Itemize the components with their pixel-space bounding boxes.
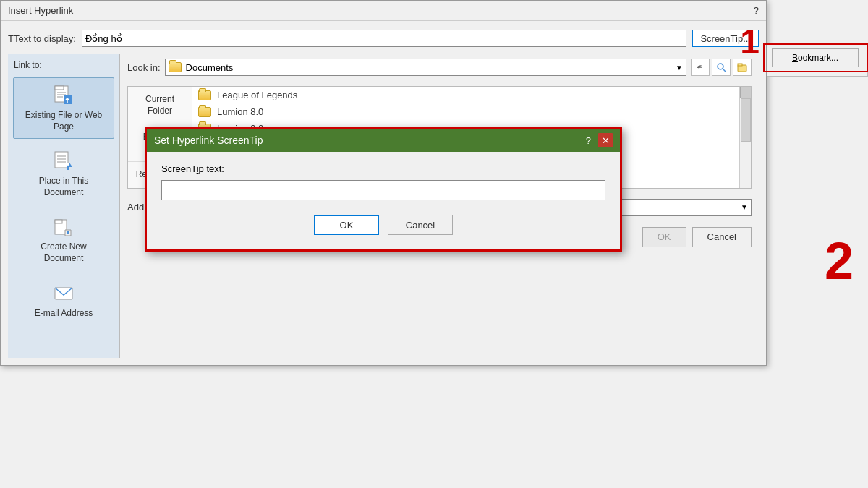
screentip-button[interactable]: ScreenTip... xyxy=(692,30,759,47)
look-in-value: Documents xyxy=(186,62,672,73)
toolbar-icons xyxy=(691,59,752,76)
svg-rect-1 xyxy=(55,86,64,90)
text-to-display-input[interactable] xyxy=(82,30,686,47)
screentip-text-input[interactable] xyxy=(161,180,605,200)
sidebar-item-existing-file[interactable]: Existing File or Web Page xyxy=(13,77,114,139)
sidebar-item-email-label: E-mail Address xyxy=(35,308,93,320)
link-to-sidebar: Link to: xyxy=(8,54,120,358)
address-dropdown-arrow[interactable]: ▼ xyxy=(741,203,748,211)
existing-file-icon xyxy=(52,84,75,107)
file-name: League of Legends xyxy=(217,90,297,100)
bookmark-button[interactable]: Bookmark... xyxy=(772,48,859,67)
folder-icon xyxy=(198,107,211,117)
file-name: Lumion 8.0 xyxy=(217,106,263,117)
screentip-ok-button[interactable]: OK xyxy=(314,215,379,235)
dropdown-arrow-icon: ▼ xyxy=(676,64,683,72)
dialog-titlebar: Insert Hyperlink ? xyxy=(1,1,766,21)
search-web-button[interactable] xyxy=(712,59,731,76)
link-to-label: Link to: xyxy=(8,60,42,70)
screentip-dialog[interactable]: Set Hyperlink ScreenTip ? ✕ ScreenTip te… xyxy=(145,127,622,252)
back-button[interactable] xyxy=(691,59,710,76)
svg-line-17 xyxy=(723,69,726,72)
svg-rect-12 xyxy=(55,220,62,223)
file-item-lumion8[interactable]: Lumion 8.0 xyxy=(192,103,751,120)
sidebar-item-place-in-document[interactable]: Place in This Document xyxy=(13,143,114,205)
svg-point-10 xyxy=(67,163,69,166)
sidebar-item-existing-file-label: Existing File or Web Page xyxy=(21,110,106,132)
screentip-dialog-title: Set Hyperlink ScreenTip xyxy=(154,134,263,146)
screentip-title-right: ? ✕ xyxy=(586,133,613,147)
folder-icon xyxy=(169,62,182,72)
sidebar-item-create-new-label: Create New Document xyxy=(21,241,106,264)
screentip-close-button[interactable]: ✕ xyxy=(598,133,613,147)
create-new-icon xyxy=(52,215,75,239)
svg-point-16 xyxy=(718,64,723,69)
screentip-dialog-titlebar: Set Hyperlink ScreenTip ? ✕ xyxy=(147,129,620,152)
sidebar-item-place-label: Place in This Document xyxy=(21,176,106,198)
place-in-document-icon xyxy=(52,150,75,173)
right-sidebar-panel: Bookmark... xyxy=(767,43,868,77)
file-item-league[interactable]: League of Legends xyxy=(192,87,751,103)
screentip-body: ScreenTip text: OK Cancel xyxy=(147,152,620,249)
sidebar-item-email[interactable]: E-mail Address xyxy=(13,275,114,326)
email-icon xyxy=(52,282,75,305)
svg-rect-6 xyxy=(55,152,68,168)
sidebar-item-create-new[interactable]: Create New Document xyxy=(13,209,114,270)
ok-button[interactable]: OK xyxy=(642,227,686,247)
current-folder-btn[interactable]: Current Folder xyxy=(128,87,192,124)
look-in-dropdown[interactable]: Documents ▼ xyxy=(165,59,686,76)
svg-rect-19 xyxy=(738,64,742,66)
help-icon[interactable]: ? xyxy=(754,5,759,16)
screentip-buttons: OK Cancel xyxy=(161,215,605,235)
annotation-2: 2 xyxy=(825,231,854,291)
look-in-row: Look in: Documents ▼ xyxy=(120,54,759,80)
cancel-button[interactable]: Cancel xyxy=(692,227,752,247)
browse-button[interactable] xyxy=(733,59,752,76)
text-to-display-label: TText to display: xyxy=(8,33,76,44)
screentip-help-icon[interactable]: ? xyxy=(586,135,591,146)
folder-icon xyxy=(198,90,211,100)
screentip-text-label: ScreenTip text: xyxy=(161,163,605,174)
screentip-cancel-button[interactable]: Cancel xyxy=(388,215,453,235)
text-to-display-row: TText to display: ScreenTip... xyxy=(8,30,759,47)
dialog-title: Insert Hyperlink xyxy=(8,5,73,16)
look-in-label: Look in: xyxy=(127,62,161,73)
